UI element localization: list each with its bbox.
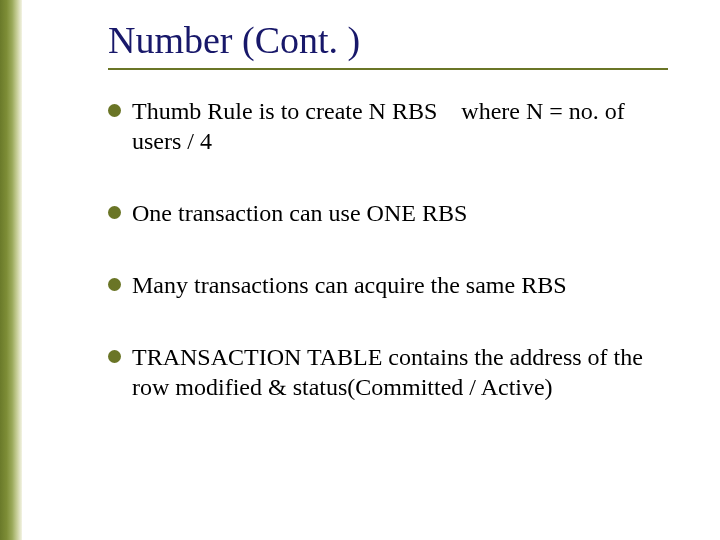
- bullet-item: Many transactions can acquire the same R…: [108, 270, 668, 300]
- bullet-list: Thumb Rule is to create N RBS where N = …: [108, 96, 668, 402]
- slide-title: Number (Cont. ): [108, 20, 688, 62]
- bullet-item: One transaction can use ONE RBS: [108, 198, 668, 228]
- bullet-item: TRANSACTION TABLE contains the address o…: [108, 342, 668, 402]
- slide-accent-edge: [0, 0, 22, 540]
- slide-content: Number (Cont. ) Thumb Rule is to create …: [108, 20, 688, 444]
- title-underline: [108, 68, 668, 70]
- bullet-item: Thumb Rule is to create N RBS where N = …: [108, 96, 668, 156]
